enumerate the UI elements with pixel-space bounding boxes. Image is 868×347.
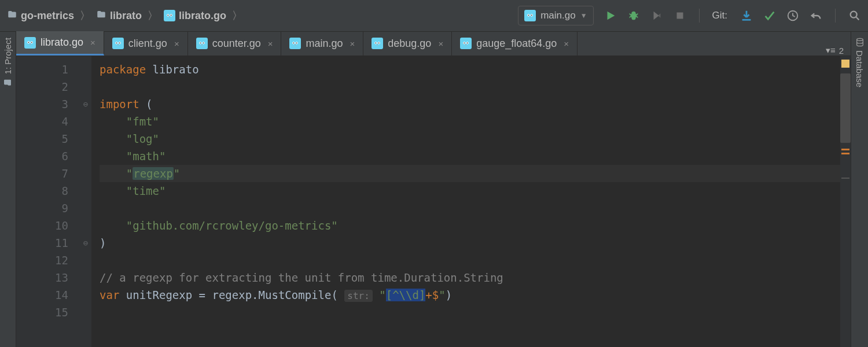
tab-main[interactable]: main.go × [281, 31, 363, 56]
breadcrumb-root-label: go-metrics [21, 10, 74, 22]
error-stripe[interactable] [840, 56, 851, 347]
git-commit-button[interactable] [763, 9, 776, 22]
left-tool-strip: 1: Project [0, 32, 16, 347]
code-line: // a regexp for extracting the unit from… [100, 269, 840, 286]
line-number: 1 [16, 61, 68, 78]
tab-label: main.go [306, 38, 343, 50]
toolbar-separator [835, 9, 836, 23]
code-line: "github.com/rcrowley/go-metrics" [100, 217, 840, 234]
close-icon[interactable]: × [90, 38, 95, 47]
line-number: 5 [16, 130, 68, 147]
tab-client[interactable]: client.go × [104, 31, 188, 56]
folder-icon [96, 9, 106, 23]
tab-label: gauge_float64.go [476, 38, 557, 50]
tab-label: client.go [128, 38, 167, 50]
code-editor[interactable]: 1 2 3 ⊖ 4 5 6 7 8 9 10 11 ⊖ 12 13 14 15 … [16, 56, 851, 347]
project-icon [3, 77, 13, 87]
go-file-icon [289, 38, 301, 49]
close-icon[interactable]: × [268, 39, 273, 49]
line-number: 10 [16, 217, 68, 234]
line-number: 15 [16, 304, 68, 321]
breadcrumb-file[interactable]: librato.go [164, 10, 226, 22]
breadcrumb-root[interactable]: go-metrics [7, 9, 74, 23]
close-icon[interactable]: × [174, 39, 179, 49]
tab-list-icon: ▾≡ [826, 45, 836, 56]
database-icon [855, 38, 865, 47]
code-line [100, 200, 840, 217]
editor-tabs: librato.go × client.go × counter.go × ma… [16, 32, 851, 56]
project-tool-label: 1: Project [3, 38, 13, 74]
chevron-right-icon: 〉 [231, 9, 244, 23]
search-button[interactable] [848, 9, 861, 22]
breadcrumb-folder-label: librato [110, 10, 142, 22]
line-number: 14 [16, 286, 68, 304]
project-tool-button[interactable]: 1: Project [3, 38, 13, 87]
code-line: "regexp" [100, 165, 840, 182]
line-number: 4 [16, 113, 68, 130]
code-line [100, 78, 840, 95]
line-number: 2 [16, 78, 68, 95]
tab-overflow-count: 2 [839, 46, 844, 56]
code-content[interactable]: package librato import ( "fmt" "log" "ma… [91, 56, 840, 347]
git-pull-button[interactable] [740, 9, 753, 22]
breadcrumb-folder[interactable]: librato [96, 9, 142, 23]
toolbar-actions: Git: [604, 9, 861, 23]
right-tool-strip: Database [851, 32, 868, 347]
tab-debug[interactable]: debug.go × [363, 31, 452, 56]
code-line: "math" [100, 147, 840, 165]
code-line: "log" [100, 130, 840, 147]
line-number: 11 [16, 234, 68, 252]
tab-label: counter.go [212, 38, 261, 50]
line-number: 7 [16, 165, 68, 182]
marker-highlight[interactable] [841, 149, 849, 154]
tab-label: debug.go [388, 38, 431, 50]
code-line [100, 304, 840, 321]
run-coverage-button[interactable] [650, 9, 663, 22]
tab-librato[interactable]: librato.go × [16, 31, 104, 56]
fold-toggle-icon[interactable]: ⊖ [83, 234, 88, 252]
database-tool-button[interactable]: Database [855, 38, 865, 87]
parameter-hint: str: [344, 290, 373, 302]
go-file-icon [196, 38, 208, 49]
toolbar-separator [699, 9, 700, 23]
run-configuration-selector[interactable]: main.go ▼ [518, 6, 593, 25]
marker-tick[interactable] [841, 178, 849, 179]
code-line [100, 252, 840, 269]
navigation-bar: go-metrics 〉 librato 〉 librato.go 〉 main… [0, 0, 868, 32]
line-number: 6 [16, 147, 68, 165]
git-history-button[interactable] [786, 9, 799, 22]
tab-counter[interactable]: counter.go × [188, 31, 282, 56]
git-label: Git: [712, 10, 727, 21]
code-line: "fmt" [100, 113, 840, 130]
line-number: 9 [16, 200, 68, 217]
debug-button[interactable] [627, 9, 640, 22]
code-line: import ( [100, 95, 840, 113]
run-button[interactable] [604, 9, 617, 22]
line-number: 3 [16, 95, 68, 113]
go-file-icon [372, 38, 383, 49]
chevron-right-icon: 〉 [146, 9, 159, 23]
scrollbar-thumb[interactable] [840, 73, 851, 143]
git-revert-button[interactable] [810, 9, 822, 22]
close-icon[interactable]: × [438, 39, 443, 49]
line-number: 13 [16, 269, 68, 286]
tab-gauge[interactable]: gauge_float64.go × [452, 31, 578, 56]
go-file-icon [524, 10, 536, 21]
chevron-down-icon: ▼ [580, 12, 587, 20]
close-icon[interactable]: × [350, 39, 355, 49]
inspection-indicator-icon[interactable] [841, 60, 849, 68]
database-tool-label: Database [855, 50, 865, 87]
code-line: "time" [100, 182, 840, 200]
tab-overflow[interactable]: ▾≡ 2 [819, 45, 851, 56]
tab-label: librato.go [41, 36, 83, 49]
breadcrumb[interactable]: go-metrics 〉 librato 〉 librato.go 〉 [7, 9, 244, 23]
close-icon[interactable]: × [564, 39, 569, 49]
chevron-right-icon: 〉 [79, 9, 91, 23]
stop-button[interactable] [674, 9, 686, 22]
breadcrumb-file-label: librato.go [179, 10, 226, 22]
code-line: package librato [100, 61, 840, 78]
line-gutter[interactable]: 1 2 3 ⊖ 4 5 6 7 8 9 10 11 ⊖ 12 13 14 15 [16, 56, 91, 347]
line-number: 8 [16, 182, 68, 200]
go-file-icon [164, 10, 175, 21]
fold-toggle-icon[interactable]: ⊖ [83, 95, 88, 113]
